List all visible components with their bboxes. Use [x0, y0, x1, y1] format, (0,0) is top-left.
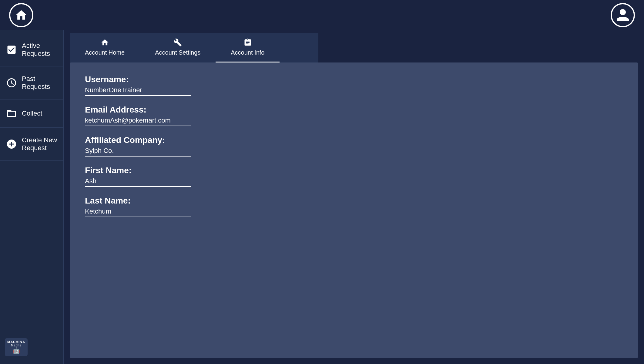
sidebar-logo: MACHINA Mache 🤖 [0, 333, 63, 361]
content-panel: Username: NumberOneTrainer Email Address… [70, 62, 638, 358]
tab-account-home[interactable]: Account Home [70, 33, 140, 62]
sidebar-item-past-requests-label: Past Requests [22, 75, 57, 91]
tab-account-home-label: Account Home [85, 49, 125, 56]
email-field-group: Email Address: ketchumAsh@pokemart.com [85, 105, 623, 126]
main-layout: Active Requests Past Requests Collect Cr… [0, 30, 644, 364]
home-button[interactable] [9, 3, 33, 27]
company-field-group: Affiliated Company: Sylph Co. [85, 135, 623, 157]
sidebar-item-collect[interactable]: Collect [0, 99, 63, 128]
content-area: Account Home Account Settings Account In… [64, 30, 644, 364]
lastname-label: Last Name: [85, 196, 623, 206]
company-label: Affiliated Company: [85, 135, 623, 145]
sidebar-item-active-requests[interactable]: Active Requests [0, 33, 63, 66]
sidebar-item-past-requests[interactable]: Past Requests [0, 66, 63, 99]
sidebar-item-collect-label: Collect [22, 110, 42, 117]
username-value: NumberOneTrainer [85, 86, 191, 96]
user-profile-button[interactable] [611, 3, 635, 27]
email-label: Email Address: [85, 105, 623, 115]
logo-text-top: MACHINA [7, 340, 25, 344]
sidebar-item-active-requests-label: Active Requests [22, 42, 57, 58]
tab-account-settings-label: Account Settings [155, 49, 200, 56]
tab-account-info-label: Account Info [231, 49, 264, 56]
username-field-group: Username: NumberOneTrainer [85, 75, 623, 96]
firstname-field-group: First Name: Ash [85, 166, 623, 187]
logo-text-bottom: Mache [11, 344, 22, 347]
sidebar-spacer [0, 161, 63, 333]
robot-icon: 🤖 [12, 347, 20, 354]
sidebar-item-create-new-request-label: Create New Request [22, 136, 57, 152]
logo-box: MACHINA Mache 🤖 [5, 338, 28, 356]
firstname-value: Ash [85, 177, 191, 187]
firstname-label: First Name: [85, 166, 623, 175]
top-bar [0, 0, 644, 30]
lastname-value: Ketchum [85, 207, 191, 217]
sidebar: Active Requests Past Requests Collect Cr… [0, 30, 64, 364]
email-value: ketchumAsh@pokemart.com [85, 116, 191, 126]
lastname-field-group: Last Name: Ketchum [85, 196, 623, 217]
company-value: Sylph Co. [85, 147, 191, 157]
username-label: Username: [85, 75, 623, 84]
tab-account-info[interactable]: Account Info [216, 33, 280, 62]
tab-account-settings[interactable]: Account Settings [140, 33, 216, 62]
tabs-bar: Account Home Account Settings Account In… [70, 33, 318, 62]
sidebar-item-create-new-request[interactable]: Create New Request [0, 128, 63, 161]
